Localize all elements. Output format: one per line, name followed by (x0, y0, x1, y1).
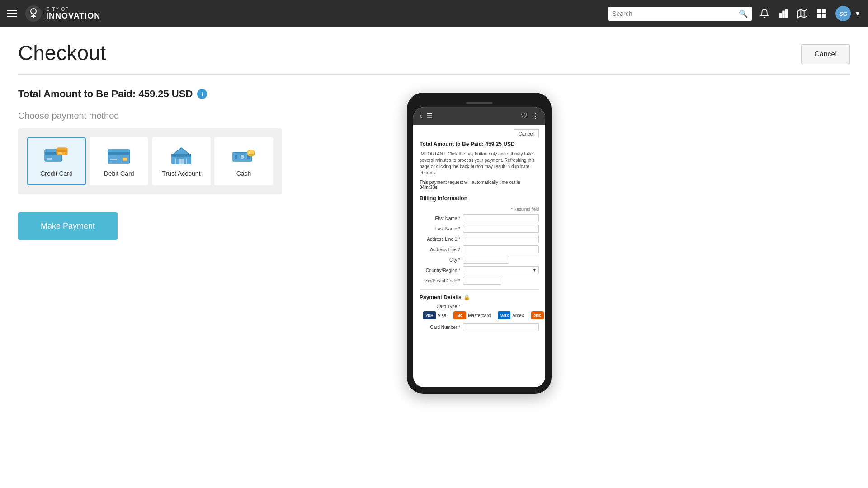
phone-field-lastname: Last Name * (420, 225, 539, 233)
header-icon-group: SC ▼ (760, 6, 861, 21)
svg-rect-7 (786, 10, 788, 18)
phone-field-firstname: First Name * (420, 214, 539, 222)
visa-badge: VISA (423, 311, 436, 319)
phone-input-zip[interactable] (463, 277, 501, 285)
phone-label-cardtype: Card Type * (420, 304, 460, 309)
content-area: Total Amount to Be Paid: 459.25 USD i Ch… (18, 88, 850, 394)
search-icon: 🔍 (739, 9, 748, 18)
phone-billing-title: Billing Information (420, 195, 539, 203)
phone-label-lastname: Last Name * (420, 226, 460, 231)
phone-label-cardnumber: Card Number * (420, 325, 460, 330)
phone-card-discover[interactable]: DISC Discover (531, 311, 545, 319)
svg-rect-5 (780, 14, 782, 17)
phone-card-amex[interactable]: AMEX Amex (498, 311, 524, 319)
phone-field-zip: Zip/Postal Code * (420, 277, 539, 285)
menu-icon[interactable] (7, 10, 17, 17)
phone-input-cardnumber[interactable] (463, 323, 539, 331)
page-header: Checkout Cancel (18, 41, 850, 65)
payment-options: Credit Card Debit Card (27, 137, 273, 185)
svg-rect-19 (57, 150, 67, 152)
cash-label: Cash (236, 170, 251, 177)
avatar[interactable]: SC (835, 6, 851, 21)
amex-badge: AMEX (498, 311, 510, 319)
svg-point-38 (247, 150, 255, 155)
phone-notch (413, 99, 545, 107)
cancel-button[interactable]: Cancel (801, 44, 850, 64)
phone-cancel-area: Cancel (420, 131, 539, 136)
svg-rect-12 (822, 10, 825, 13)
payment-option-cash[interactable]: Cash (214, 137, 273, 185)
payment-option-debit-card[interactable]: Debit Card (90, 137, 148, 185)
phone-required-label: * Required field (420, 207, 539, 211)
phone-card-visa[interactable]: VISA Visa (423, 311, 446, 319)
phone-field-cardnumber: Card Number * (420, 323, 539, 331)
phone-field-address1: Address Line 1 * (420, 235, 539, 243)
notification-icon[interactable] (760, 9, 769, 19)
phone-back-icon[interactable]: ‹ (420, 112, 422, 120)
credit-card-icon (44, 145, 69, 166)
phone-timer-value: 04m:33s (420, 185, 438, 190)
phone-payment-title-text: Payment Details (420, 294, 462, 300)
phone-label-address1: Address Line 1 * (420, 237, 460, 242)
phone-timer-prefix: This payment request will automatically … (420, 180, 520, 185)
phone-input-city[interactable] (463, 256, 509, 264)
svg-marker-8 (798, 9, 807, 18)
amex-label: Amex (512, 313, 524, 318)
payment-option-credit-card[interactable]: Credit Card (27, 137, 86, 185)
phone-card-types: VISA Visa MC Mastercard AMEX Amex DISC (420, 311, 539, 319)
info-icon[interactable]: i (197, 89, 207, 99)
total-amount-text: Total Amount to Be Paid: 459.25 USD (18, 88, 193, 100)
search-input[interactable] (612, 10, 735, 17)
svg-point-33 (240, 155, 245, 159)
mastercard-badge: MC (453, 311, 466, 319)
total-amount-row: Total Amount to Be Paid: 459.25 USD i (18, 88, 380, 100)
svg-rect-22 (108, 152, 130, 155)
phone-label-firstname: First Name * (420, 216, 460, 221)
phone-content: Cancel Total Amount to Be Paid: 459.25 U… (413, 125, 545, 340)
payment-method-label: Choose payment method (18, 111, 380, 121)
phone-divider (420, 289, 539, 290)
phone-input-address2[interactable] (463, 245, 539, 253)
logo-innovation: INNOVATION (46, 12, 100, 21)
svg-rect-29 (179, 159, 184, 164)
payment-option-trust-account[interactable]: Trust Account (152, 137, 211, 185)
svg-rect-34 (235, 155, 237, 159)
map-icon[interactable] (797, 9, 807, 19)
make-payment-button[interactable]: Make Payment (18, 212, 118, 240)
phone-input-lastname[interactable] (463, 225, 539, 233)
phone-bell-icon[interactable]: ♡ (521, 112, 527, 120)
grid-icon[interactable] (816, 9, 826, 19)
phone-input-country[interactable]: ▼ (463, 266, 539, 274)
svg-rect-11 (818, 10, 821, 13)
payment-options-container: Credit Card Debit Card (18, 128, 282, 194)
svg-rect-13 (818, 14, 821, 17)
divider (18, 74, 850, 75)
phone-menu-icon[interactable]: ☰ (426, 112, 433, 120)
phone-label-address2: Address Line 2 (420, 247, 460, 252)
phone-screen: ‹ ☰ ♡ ⋮ Cancel Total Amount to Be Paid: … (413, 107, 545, 387)
svg-rect-23 (110, 159, 117, 160)
phone-input-address1[interactable] (463, 235, 539, 243)
cash-icon (231, 145, 256, 166)
phone-field-cardtype: Card Type * (420, 304, 539, 309)
logo-text: City of INNOVATION (46, 6, 100, 21)
svg-rect-20 (58, 152, 62, 154)
phone-label-country: Country/Region * (420, 268, 460, 273)
trust-account-label: Trust Account (162, 170, 200, 177)
phone-header: ‹ ☰ ♡ ⋮ (413, 107, 545, 125)
svg-marker-28 (173, 148, 189, 154)
page-title: Checkout (18, 41, 106, 65)
logo-icon (24, 5, 42, 23)
chart-icon[interactable] (778, 9, 788, 19)
search-box[interactable]: 🔍 (608, 7, 752, 21)
phone-cancel-button[interactable]: Cancel (514, 129, 539, 138)
phone-card-mastercard[interactable]: MC Mastercard (453, 311, 491, 319)
avatar-dropdown-icon[interactable]: ▼ (854, 10, 861, 17)
phone-warning: IMPORTANT. Click the pay button only onc… (420, 151, 539, 176)
phone-input-firstname[interactable] (463, 214, 539, 222)
visa-label: Visa (438, 313, 446, 318)
phone-notch-bar (466, 102, 493, 104)
left-panel: Total Amount to Be Paid: 459.25 USD i Ch… (18, 88, 380, 240)
main-content: Checkout Cancel Total Amount to Be Paid:… (0, 27, 868, 407)
phone-more-icon[interactable]: ⋮ (532, 112, 539, 120)
